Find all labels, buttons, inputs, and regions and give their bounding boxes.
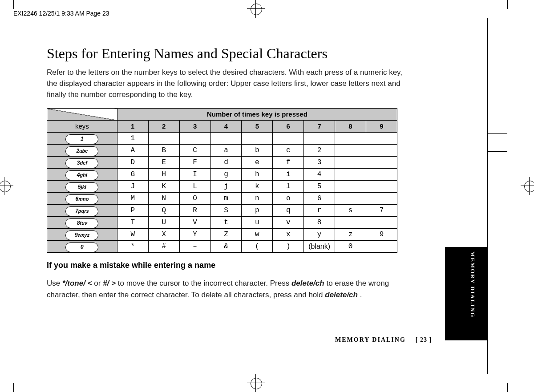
char-cell: 6 bbox=[304, 193, 335, 205]
page: EXI2246 12/25/1 9:33 AM Page 23 Steps fo… bbox=[0, 0, 534, 392]
table-row: 0*#–&()(blank)0 bbox=[47, 241, 397, 253]
char-cell: 7 bbox=[366, 205, 397, 217]
col-header: 7 bbox=[304, 121, 335, 133]
char-cell: P bbox=[117, 205, 148, 217]
char-cell: 9 bbox=[366, 229, 397, 241]
char-cell: c bbox=[273, 145, 304, 157]
char-cell: b bbox=[242, 145, 273, 157]
key-button-icon: 8tuv bbox=[65, 218, 98, 228]
right-rule bbox=[487, 18, 488, 374]
char-cell: h bbox=[242, 169, 273, 181]
crop-mark bbox=[525, 374, 534, 374]
char-cell: J bbox=[117, 181, 148, 193]
char-cell: 4 bbox=[304, 169, 335, 181]
table-row: 9wxyzWXYZwxyz9 bbox=[47, 229, 397, 241]
key-cell: 5jkl bbox=[47, 181, 117, 193]
key-cell: 0 bbox=[47, 241, 117, 253]
char-cell bbox=[304, 133, 335, 145]
crop-mark bbox=[13, 0, 14, 9]
char-cell bbox=[366, 169, 397, 181]
char-cell: r bbox=[304, 205, 335, 217]
key-cell: 3def bbox=[47, 157, 117, 169]
char-cell: w bbox=[242, 229, 273, 241]
char-cell: 5 bbox=[304, 181, 335, 193]
char-cell: Z bbox=[210, 229, 242, 241]
col-header: 8 bbox=[335, 121, 366, 133]
char-cell: t bbox=[210, 217, 242, 229]
col-header: 5 bbox=[242, 121, 273, 133]
char-cell: d bbox=[210, 157, 242, 169]
registration-mark-bottom bbox=[247, 374, 265, 392]
char-cell: U bbox=[148, 217, 179, 229]
top-rule bbox=[13, 18, 507, 18]
char-cell bbox=[366, 145, 397, 157]
keypress-table: Number of times key is pressed keys 1 2 … bbox=[47, 108, 397, 253]
char-cell: y bbox=[304, 229, 335, 241]
key-token-delete: delete/ch bbox=[325, 291, 358, 299]
char-cell: W bbox=[117, 229, 148, 241]
key-cell: 8tuv bbox=[47, 217, 117, 229]
char-cell: K bbox=[148, 181, 179, 193]
table-row: 11 bbox=[47, 133, 397, 145]
char-cell bbox=[366, 193, 397, 205]
table-row: 5jklJKLjkl5 bbox=[47, 181, 397, 193]
key-cell: 6mno bbox=[47, 193, 117, 205]
char-cell: k bbox=[242, 181, 273, 193]
char-cell: V bbox=[179, 217, 210, 229]
print-slug: EXI2246 12/25/1 9:33 AM Page 23 bbox=[13, 10, 109, 17]
char-cell: g bbox=[210, 169, 242, 181]
table-banner: Number of times key is pressed bbox=[117, 109, 397, 121]
char-cell: A bbox=[117, 145, 148, 157]
char-cell: 0 bbox=[335, 241, 366, 253]
char-cell: v bbox=[273, 217, 304, 229]
char-cell: E bbox=[148, 157, 179, 169]
crop-mark bbox=[507, 383, 508, 392]
table-row: 8tuvTUVtuv8 bbox=[47, 217, 397, 229]
key-button-icon: 7pqrs bbox=[65, 206, 98, 216]
char-cell bbox=[335, 157, 366, 169]
text: Use bbox=[47, 279, 62, 287]
registration-mark-top bbox=[247, 0, 265, 18]
char-cell: (blank) bbox=[304, 241, 335, 253]
char-cell bbox=[335, 133, 366, 145]
char-cell: 8 bbox=[304, 217, 335, 229]
char-cell: # bbox=[148, 241, 179, 253]
char-cell: S bbox=[210, 205, 242, 217]
key-button-icon: 4ghi bbox=[65, 170, 98, 180]
key-button-icon: 3def bbox=[65, 158, 98, 168]
char-cell: x bbox=[273, 229, 304, 241]
key-token-delete: delete/ch bbox=[291, 279, 324, 287]
char-cell: B bbox=[148, 145, 179, 157]
char-cell: a bbox=[210, 145, 242, 157]
char-cell: 1 bbox=[117, 133, 148, 145]
char-cell bbox=[366, 133, 397, 145]
char-cell: D bbox=[117, 157, 148, 169]
char-cell: o bbox=[273, 193, 304, 205]
col-header: 4 bbox=[210, 121, 242, 133]
text: or bbox=[94, 279, 103, 287]
key-button-icon: 0 bbox=[65, 242, 98, 252]
key-cell: 7pqrs bbox=[47, 205, 117, 217]
char-cell bbox=[366, 157, 397, 169]
footer-page-number: [ 23 ] bbox=[416, 336, 432, 343]
crop-mark bbox=[13, 383, 14, 392]
char-cell bbox=[335, 193, 366, 205]
char-cell: T bbox=[117, 217, 148, 229]
char-cell: ) bbox=[273, 241, 304, 253]
col-header: 9 bbox=[366, 121, 397, 133]
char-cell: L bbox=[179, 181, 210, 193]
char-cell bbox=[148, 133, 179, 145]
char-cell: e bbox=[242, 157, 273, 169]
registration-mark-left bbox=[0, 177, 13, 195]
char-cell: I bbox=[179, 169, 210, 181]
mistake-paragraph: Use */tone/ < or #/ > to move the cursor… bbox=[47, 278, 403, 300]
char-cell: F bbox=[179, 157, 210, 169]
crop-mark bbox=[0, 18, 9, 18]
table-row: 2abcABCabc2 bbox=[47, 145, 397, 157]
right-tick bbox=[487, 151, 507, 152]
char-cell bbox=[366, 181, 397, 193]
char-cell: 3 bbox=[304, 157, 335, 169]
char-cell: Y bbox=[179, 229, 210, 241]
char-cell: O bbox=[179, 193, 210, 205]
crop-mark bbox=[525, 18, 534, 18]
